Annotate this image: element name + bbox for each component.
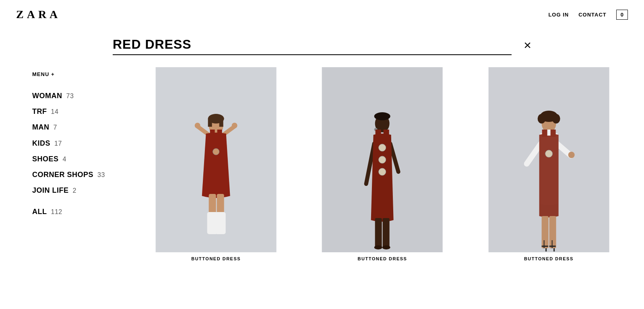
- filter-item-trf[interactable]: TRF14: [32, 105, 129, 118]
- filter-item-corner-shops[interactable]: CORNER SHOPS33: [32, 168, 129, 181]
- svg-rect-45: [549, 216, 556, 248]
- filter-count: 33: [97, 171, 105, 179]
- svg-rect-44: [541, 216, 548, 248]
- svg-rect-10: [217, 130, 222, 138]
- svg-point-25: [379, 156, 386, 163]
- filter-count: 2: [73, 186, 76, 195]
- filter-count: 7: [54, 123, 57, 132]
- svg-point-29: [374, 245, 382, 249]
- search-area: ×: [0, 29, 644, 59]
- product-image-p2: [303, 67, 461, 252]
- contact-link[interactable]: CONTACT: [578, 12, 607, 18]
- header: ZARA LOG IN CONTACT 0: [0, 0, 644, 29]
- search-input[interactable]: [113, 37, 512, 52]
- svg-point-35: [552, 114, 560, 124]
- svg-rect-42: [550, 130, 555, 137]
- svg-point-8: [232, 123, 237, 128]
- filter-label: CORNER SHOPS: [32, 170, 93, 180]
- close-button[interactable]: ×: [524, 39, 531, 52]
- filter-item-join-life[interactable]: JOIN LIFE2: [32, 184, 129, 197]
- filter-label: TRF: [32, 107, 47, 117]
- svg-point-38: [568, 152, 574, 158]
- search-input-wrapper: [113, 37, 512, 55]
- svg-rect-15: [215, 212, 226, 234]
- svg-rect-27: [375, 218, 382, 248]
- product-image-p1: [137, 67, 295, 252]
- header-right: LOG IN CONTACT 0: [548, 10, 628, 20]
- filter-list: WOMAN73TRF14MAN7KIDS17SHOES4CORNER SHOPS…: [32, 89, 129, 219]
- filter-item-woman[interactable]: WOMAN73: [32, 89, 129, 103]
- svg-rect-41: [542, 130, 547, 137]
- filter-item-shoes[interactable]: SHOES4: [32, 152, 129, 166]
- svg-point-24: [379, 144, 386, 151]
- svg-point-11: [213, 148, 219, 155]
- filter-label: SHOES: [32, 154, 59, 164]
- logo: ZARA: [16, 8, 61, 21]
- menu-toggle[interactable]: MENU +: [32, 71, 129, 77]
- filter-label: JOIN LIFE: [32, 185, 69, 196]
- svg-rect-9: [210, 130, 215, 138]
- svg-rect-23: [384, 130, 389, 138]
- svg-point-7: [195, 123, 200, 128]
- svg-point-34: [537, 114, 545, 124]
- product-name-p3: BUTTONED DRESS: [470, 256, 628, 261]
- filter-count: 14: [51, 107, 59, 116]
- filter-item-all[interactable]: ALL112: [32, 205, 129, 218]
- svg-point-26: [379, 168, 386, 175]
- svg-point-43: [545, 150, 552, 157]
- filter-count: 4: [63, 155, 66, 164]
- filter-item-man[interactable]: MAN7: [32, 121, 129, 134]
- svg-rect-22: [376, 130, 381, 138]
- product-image-p3: [470, 67, 628, 252]
- product-name-p1: BUTTONED DRESS: [137, 256, 295, 261]
- svg-rect-4: [219, 119, 223, 127]
- svg-rect-3: [208, 119, 212, 127]
- filter-item-kids[interactable]: KIDS17: [32, 137, 129, 150]
- filter-label: MAN: [32, 122, 50, 132]
- filter-label: WOMAN: [32, 91, 62, 101]
- svg-point-30: [382, 245, 390, 249]
- filter-label: KIDS: [32, 138, 50, 148]
- product-card-p3[interactable]: BUTTONED DRESS: [470, 67, 628, 261]
- product-name-p2: BUTTONED DRESS: [303, 256, 461, 261]
- login-link[interactable]: LOG IN: [548, 12, 569, 18]
- main-layout: MENU + WOMAN73TRF14MAN7KIDS17SHOES4CORNE…: [0, 59, 644, 269]
- filter-count: 17: [54, 139, 62, 148]
- product-grid: BUTTONED DRESS BUTTONED DRESS: [129, 67, 628, 261]
- svg-point-18: [374, 112, 390, 120]
- product-card-p2[interactable]: BUTTONED DRESS: [303, 67, 461, 261]
- sidebar: MENU + WOMAN73TRF14MAN7KIDS17SHOES4CORNE…: [32, 67, 129, 261]
- cart-button[interactable]: 0: [616, 10, 628, 20]
- svg-rect-28: [383, 218, 390, 248]
- filter-count: 73: [66, 92, 74, 101]
- filter-count: 112: [51, 208, 62, 216]
- product-card-p1[interactable]: BUTTONED DRESS: [137, 67, 295, 261]
- filter-label: ALL: [32, 207, 47, 217]
